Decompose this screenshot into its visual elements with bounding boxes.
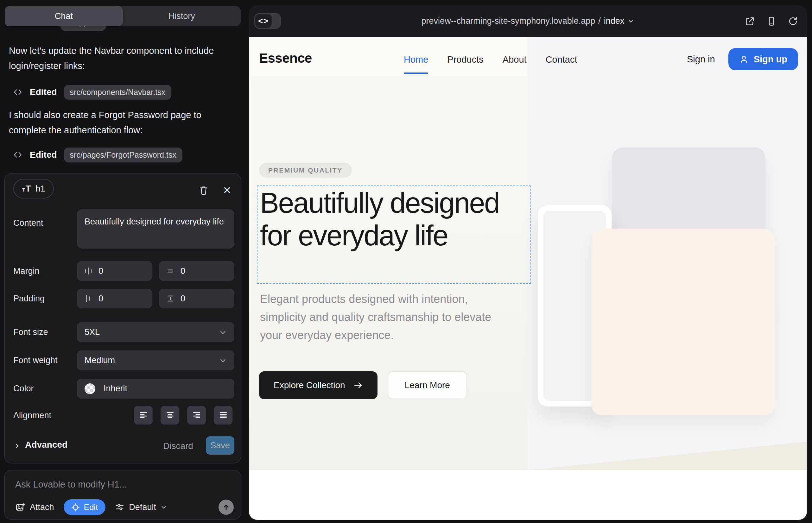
chevron-down-icon [628, 18, 634, 25]
learn-more-button[interactable]: Learn More [388, 371, 467, 399]
preview-browser-frame: <> preview--charming-site-symphony.lovab… [249, 5, 807, 520]
chat-message: I should also create a Forgot Password p… [9, 107, 232, 138]
lovable-sidebar: ·· Chat History Now let's update the Nav… [0, 0, 247, 523]
color-label: Color [13, 384, 34, 394]
padding-label: Padding [13, 294, 45, 304]
url-separator: / [598, 16, 601, 26]
edited-file-row: Edited src/pages/ForgotPassword.tsx [13, 147, 182, 163]
content-textarea[interactable]: Beautifully designed for everyday life [77, 209, 234, 249]
image-plus-icon [15, 502, 25, 512]
browser-toolbar: <> preview--charming-site-symphony.lovab… [249, 5, 807, 37]
composer-toolbar: Attach Edit [15, 498, 234, 516]
mobile-view-button[interactable] [766, 16, 777, 26]
margin-x-input[interactable]: 0 [77, 261, 152, 281]
hero-paragraph: Elegant products designed with intention… [260, 290, 516, 344]
default-label: Default [129, 502, 156, 512]
element-editor-panel: тT h1 ✕ Content Beautifully designed for… [4, 173, 241, 464]
chevron-down-icon [219, 329, 227, 336]
font-size-select[interactable]: 5XL [77, 322, 234, 342]
color-value: Inherit [104, 384, 127, 394]
font-size-value: 5XL [85, 327, 100, 337]
preview-page: Essence Home Products About Contact Sign… [249, 37, 807, 520]
sign-in-link[interactable]: Sign in [687, 54, 715, 65]
save-button[interactable]: Save [206, 436, 234, 455]
font-weight-select[interactable]: Medium [77, 350, 234, 371]
margin-y-input[interactable]: 0 [159, 261, 234, 281]
edit-label: Edit [84, 502, 98, 512]
code-icon [13, 87, 23, 97]
color-swatch-transparent [85, 383, 95, 394]
edited-label: Edited [30, 150, 57, 160]
padding-horizontal-icon [84, 294, 93, 303]
padding-x-value: 0 [99, 294, 103, 304]
user-icon [739, 54, 749, 64]
chevron-down-icon [161, 504, 167, 510]
font-size-label: Font size [13, 327, 48, 337]
chevron-down-icon [219, 357, 227, 364]
font-weight-label: Font weight [13, 356, 58, 365]
type-icon: тT [22, 184, 31, 194]
crosshair-icon [71, 503, 80, 511]
align-left-button[interactable] [134, 406, 153, 425]
nav-link-home[interactable]: Home [404, 54, 428, 65]
url-bar[interactable]: preview--charming-site-symphony.lovable.… [249, 5, 807, 37]
arrow-right-icon [353, 381, 363, 390]
nav-link-products[interactable]: Products [447, 54, 483, 65]
alignment-label: Alignment [13, 411, 51, 420]
attach-button[interactable]: Attach [15, 502, 54, 512]
nav-link-about[interactable]: About [502, 54, 527, 65]
font-weight-value: Medium [85, 356, 115, 365]
site-nav: Home Products About Contact [404, 54, 577, 65]
padding-y-input[interactable]: 0 [159, 289, 234, 308]
color-select[interactable]: Inherit [77, 379, 234, 399]
chevron-right-icon: › [15, 440, 19, 449]
delete-element-button[interactable] [197, 184, 210, 197]
align-right-button[interactable] [187, 406, 206, 425]
file-chip[interactable]: src/pages/ForgotPassword.tsx [64, 147, 182, 162]
margin-y-value: 0 [180, 266, 185, 276]
edit-mode-button[interactable]: Edit [64, 499, 106, 515]
margin-label: Margin [13, 266, 40, 276]
padding-vertical-icon [166, 294, 175, 303]
advanced-toggle[interactable]: › Advanced [15, 440, 68, 450]
sign-up-button[interactable]: Sign up [728, 48, 798, 70]
auth-actions: Sign in Sign up [687, 48, 798, 70]
close-panel-button[interactable]: ✕ [221, 184, 233, 197]
composer-input[interactable]: Ask Lovable to modify H1... [15, 479, 127, 490]
browser-actions [745, 5, 798, 37]
code-icon [13, 150, 23, 160]
margin-x-value: 0 [99, 266, 103, 276]
hero-cta-row: Explore Collection Learn More [259, 371, 467, 399]
padding-y-value: 0 [180, 294, 185, 304]
margin-vertical-icon [166, 267, 175, 275]
alignment-group [134, 406, 232, 425]
nav-link-contact[interactable]: Contact [546, 54, 577, 65]
url-host: preview--charming-site-symphony.lovable.… [422, 16, 595, 26]
model-selector[interactable]: Default [115, 502, 167, 512]
chat-message: Now let's update the Navbar component to… [9, 43, 232, 73]
open-external-button[interactable] [745, 16, 755, 26]
quality-badge: PREMIUM QUALITY [259, 163, 352, 178]
attach-label: Attach [30, 502, 54, 512]
sign-up-label: Sign up [754, 54, 787, 65]
sliders-icon [115, 502, 124, 512]
explore-label: Explore Collection [273, 380, 345, 390]
align-justify-button[interactable] [214, 406, 232, 425]
send-button[interactable] [218, 500, 234, 515]
refresh-button[interactable] [788, 16, 798, 26]
align-center-button[interactable] [161, 406, 179, 425]
decorative-card-cream [591, 229, 775, 415]
discard-button[interactable]: Discard [163, 441, 193, 451]
padding-x-input[interactable]: 0 [77, 289, 152, 308]
explore-collection-button[interactable]: Explore Collection [259, 371, 377, 399]
site-logo[interactable]: Essence [259, 51, 312, 66]
url-path: index [604, 16, 624, 26]
edited-label: Edited [30, 87, 57, 97]
hero-headline[interactable]: Beautifully designed for everyday life [260, 187, 523, 252]
file-chip[interactable]: src/components/Navbar.tsx [64, 85, 172, 100]
tab-chat[interactable]: Chat [5, 6, 123, 26]
hero-section: Essence Home Products About Contact Sign… [249, 37, 807, 470]
content-label: Content [13, 218, 43, 228]
chat-composer: Ask Lovable to modify H1... Attach [4, 470, 241, 520]
tab-history[interactable]: History [123, 6, 241, 26]
